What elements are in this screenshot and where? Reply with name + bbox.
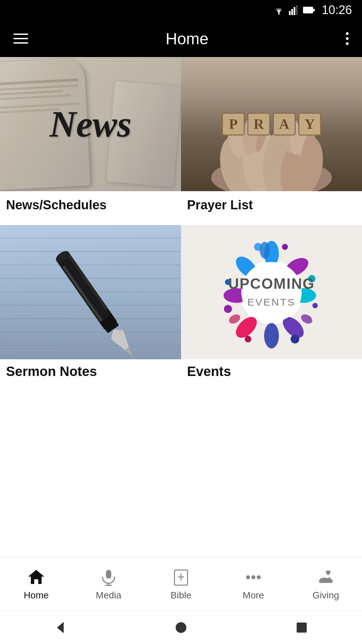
nav-label-media: Media <box>96 590 121 601</box>
recents-icon <box>293 619 310 636</box>
svg-point-46 <box>224 305 232 313</box>
main-content: News <box>0 57 362 382</box>
prayer-label-cell[interactable]: Prayer List <box>181 191 362 215</box>
svg-point-48 <box>260 242 270 259</box>
news-label: News/Schedules <box>0 191 181 215</box>
svg-point-44 <box>291 335 299 343</box>
news-overlay-text: News <box>50 103 131 146</box>
svg-point-36 <box>264 323 279 348</box>
pen-svg <box>27 228 154 356</box>
svg-rect-67 <box>323 577 325 581</box>
news-schedules-card[interactable]: News <box>0 57 181 191</box>
news-image: News <box>0 57 181 191</box>
status-icons <box>273 5 315 15</box>
svg-rect-71 <box>297 623 307 633</box>
news-label-cell[interactable]: News/Schedules <box>0 191 181 215</box>
svg-rect-6 <box>313 9 315 11</box>
more-dots-icon <box>243 567 263 587</box>
pen-image <box>0 225 181 359</box>
nav-item-media[interactable]: Media <box>72 567 145 601</box>
svg-point-50 <box>227 313 242 326</box>
svg-point-65 <box>257 575 261 579</box>
svg-rect-54 <box>34 579 38 584</box>
nav-label-more: More <box>243 590 264 601</box>
svg-rect-3 <box>294 7 295 15</box>
events-label-cell[interactable]: Events <box>181 359 362 382</box>
hamburger-icon[interactable] <box>13 34 28 44</box>
events-label: Events <box>181 359 362 382</box>
grid-row-2: UPCOMING EVENTS <box>0 225 362 359</box>
prayer-label: Prayer List <box>181 191 362 215</box>
battery-icon <box>303 6 315 14</box>
label-row-1: News/Schedules Prayer List <box>0 191 362 225</box>
pray-image: P R A Y <box>181 57 362 191</box>
nav-item-giving[interactable]: Giving <box>290 567 362 601</box>
more-vert-icon[interactable] <box>346 32 349 45</box>
app-bar-title: Home <box>166 30 208 48</box>
recents-button[interactable] <box>293 619 310 636</box>
svg-marker-69 <box>57 622 64 633</box>
svg-point-45 <box>245 336 251 342</box>
nav-item-bible[interactable]: Bible <box>145 567 217 601</box>
status-bar: 10:26 <box>0 0 362 20</box>
sermon-notes-card[interactable] <box>0 225 181 359</box>
system-nav <box>0 610 362 644</box>
svg-point-51 <box>241 262 302 322</box>
status-time: 10:26 <box>322 3 352 17</box>
svg-point-41 <box>282 244 288 250</box>
svg-rect-8 <box>304 7 311 13</box>
svg-rect-2 <box>291 9 293 15</box>
nav-item-home[interactable]: Home <box>0 567 72 601</box>
bottom-nav: Home Media Bible More <box>0 557 362 610</box>
svg-text:EVENTS: EVENTS <box>247 297 296 308</box>
sermon-label-cell[interactable]: Sermon Notes <box>0 359 181 382</box>
svg-text:UPCOMING: UPCOMING <box>228 275 315 292</box>
giving-icon <box>316 567 336 587</box>
media-icon <box>99 567 119 587</box>
prayer-list-card[interactable]: P R A Y <box>181 57 362 191</box>
events-card[interactable]: UPCOMING EVENTS <box>181 225 362 359</box>
nav-label-bible: Bible <box>171 590 191 601</box>
nav-item-more[interactable]: More <box>217 567 290 601</box>
grid-row-1: News <box>0 57 362 191</box>
bible-icon <box>171 567 191 587</box>
events-svg: UPCOMING EVENTS <box>208 228 335 356</box>
svg-point-49 <box>299 313 314 326</box>
svg-point-70 <box>176 622 186 633</box>
nav-label-home: Home <box>24 590 49 601</box>
app-bar: Home <box>0 20 362 57</box>
svg-rect-4 <box>296 5 298 15</box>
wifi-icon <box>273 5 285 15</box>
signal-icon <box>289 5 299 15</box>
svg-point-43 <box>312 303 318 308</box>
svg-rect-1 <box>289 11 291 15</box>
back-button[interactable] <box>52 619 69 636</box>
svg-point-64 <box>251 575 255 579</box>
svg-rect-55 <box>106 570 111 579</box>
svg-rect-66 <box>320 578 322 581</box>
back-icon <box>52 619 69 636</box>
svg-point-0 <box>278 13 280 15</box>
nav-label-giving: Giving <box>312 590 339 601</box>
svg-point-63 <box>246 575 250 579</box>
svg-rect-68 <box>328 577 330 581</box>
home-sys-icon <box>173 619 189 636</box>
events-image: UPCOMING EVENTS <box>181 225 362 359</box>
label-row-2: Sermon Notes Events <box>0 359 362 382</box>
home-icon <box>26 567 46 587</box>
home-button[interactable] <box>173 619 189 636</box>
sermon-label: Sermon Notes <box>0 359 181 382</box>
